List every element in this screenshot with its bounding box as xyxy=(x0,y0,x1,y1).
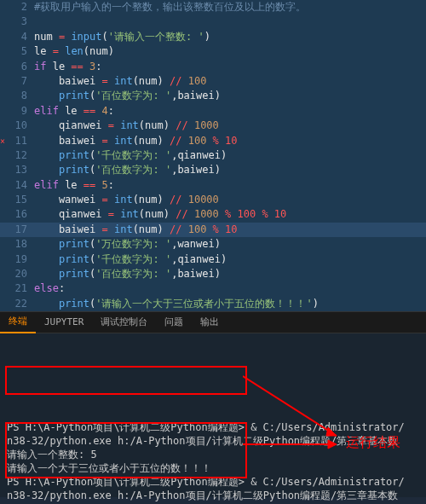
terminal-panel[interactable]: 运行结果 PS H:\A-Python项目\计算机二级Python编程题> & … xyxy=(0,333,426,497)
line-number: 21 xyxy=(0,281,34,296)
line-number: 4 xyxy=(0,30,34,44)
code-line[interactable]: 4num = input('请输入一个整数: ') xyxy=(0,30,426,44)
line-number: 15 xyxy=(0,193,34,207)
code-content: baiwei = int(num) // 100 % 10 xyxy=(34,134,238,148)
code-line[interactable]: 3 xyxy=(0,14,426,29)
terminal-line: PS H:\A-Python项目\计算机二级Python编程题> & C:/Us… xyxy=(7,420,419,434)
code-content: print('千位数字为: ',qianwei) xyxy=(34,148,227,163)
code-content: if le == 3: xyxy=(34,60,102,74)
code-line[interactable]: 9elif le == 4: xyxy=(0,104,426,119)
line-number: 19 xyxy=(0,252,34,267)
code-line[interactable]: 15 wanwei = int(num) // 10000 xyxy=(0,193,426,207)
code-content: baiwei = int(num) // 100 xyxy=(34,74,206,89)
line-number: 16 xyxy=(0,207,34,222)
code-content: le = len(num) xyxy=(34,44,114,59)
code-editor[interactable]: 2#获取用户输入的一个整数，输出该整数百位及以上的数字。34num = inpu… xyxy=(0,0,426,311)
code-content: num = input('请输入一个整数: ') xyxy=(34,30,210,44)
line-number: 7 xyxy=(0,74,34,89)
line-number: 2 xyxy=(0,0,34,14)
code-content: print('千位数字为: ',qianwei) xyxy=(34,252,227,267)
code-content: qianwei = int(num) // 1000 % 100 % 10 xyxy=(34,207,286,222)
code-line[interactable]: 12 print('千位数字为: ',qianwei) xyxy=(0,148,426,163)
line-number: 11× xyxy=(0,134,34,148)
line-number: 3 xyxy=(0,14,34,29)
line-number: 22 xyxy=(0,297,34,311)
panel-tab[interactable]: JUPYTER xyxy=(36,312,92,333)
code-content: print('请输入一个大于三位或者小于五位的数！！！') xyxy=(34,297,319,311)
code-content: baiwei = int(num) // 100 % 10 xyxy=(34,223,238,237)
annotation-box-1 xyxy=(5,366,247,395)
code-line[interactable]: 5le = len(num) xyxy=(0,44,426,59)
panel-tab[interactable]: 输出 xyxy=(192,312,227,333)
code-line[interactable]: 11× baiwei = int(num) // 100 % 10 xyxy=(0,134,426,148)
code-content: else: xyxy=(34,281,65,296)
line-number: 20 xyxy=(0,267,34,281)
code-content: qianwei = int(num) // 1000 xyxy=(34,119,219,133)
terminal-line: n38-32/python.exe h:/A-Python项目/计算机二级Pyt… xyxy=(7,489,419,502)
panel-tab[interactable]: 调试控制台 xyxy=(92,312,156,333)
code-content: print('百位数字为: ',baiwei) xyxy=(34,163,221,177)
code-line[interactable]: 20 print('百位数字为: ',baiwei) xyxy=(0,267,426,281)
panel-tabbar: 终端JUPYTER调试控制台问题输出 xyxy=(0,311,426,333)
code-line[interactable]: 19 print('千位数字为: ',qianwei) xyxy=(0,252,426,267)
terminal-line: 请输入一个大于三位或者小于五位的数！！！ xyxy=(7,461,419,475)
panel-tab[interactable]: 问题 xyxy=(156,312,192,333)
code-content: elif le == 5: xyxy=(34,178,114,193)
line-number: 9 xyxy=(0,104,34,119)
code-line[interactable]: 8 print('百位数字为: ',baiwei) xyxy=(0,89,426,103)
code-line[interactable]: 18 print('万位数字为: ',wanwei) xyxy=(0,237,426,252)
code-line[interactable]: 6if le == 3: xyxy=(0,60,426,74)
code-line[interactable]: 7 baiwei = int(num) // 100 xyxy=(0,74,426,89)
code-line[interactable]: 21else: xyxy=(0,281,426,296)
code-line[interactable]: 14elif le == 5: xyxy=(0,178,426,193)
line-number: 12 xyxy=(0,148,34,163)
code-line[interactable]: 17 baiwei = int(num) // 100 % 10 xyxy=(0,223,426,237)
code-line[interactable]: 13 print('百位数字为: ',baiwei) xyxy=(0,163,426,177)
error-icon: × xyxy=(0,134,5,148)
line-number: 5 xyxy=(0,44,34,59)
line-number: 18 xyxy=(0,237,34,252)
code-content: print('万位数字为: ',wanwei) xyxy=(34,237,221,252)
code-content: #获取用户输入的一个整数，输出该整数百位及以上的数字。 xyxy=(34,0,306,14)
code-content: elif le == 4: xyxy=(34,104,114,119)
code-line[interactable]: 22 print('请输入一个大于三位或者小于五位的数！！！') xyxy=(0,297,426,311)
line-number: 8 xyxy=(0,89,34,103)
code-line[interactable]: 2#获取用户输入的一个整数，输出该整数百位及以上的数字。 xyxy=(0,0,426,14)
terminal-line: PS H:\A-Python项目\计算机二级Python编程题> & C:/Us… xyxy=(7,475,419,489)
line-number: 10 xyxy=(0,119,34,133)
line-number: 17 xyxy=(0,223,34,237)
code-content: print('百位数字为: ',baiwei) xyxy=(34,89,221,103)
panel-tab[interactable]: 终端 xyxy=(0,311,36,333)
annotation-label: 运行结果 xyxy=(346,436,400,449)
code-line[interactable]: 10 qianwei = int(num) // 1000 xyxy=(0,119,426,133)
line-number: 13 xyxy=(0,163,34,177)
code-line[interactable]: 16 qianwei = int(num) // 1000 % 100 % 10 xyxy=(0,207,426,222)
line-number: 6 xyxy=(0,60,34,74)
code-content: print('百位数字为: ',baiwei) xyxy=(34,267,221,281)
line-number: 14 xyxy=(0,178,34,193)
code-content: wanwei = int(num) // 10000 xyxy=(34,193,219,207)
